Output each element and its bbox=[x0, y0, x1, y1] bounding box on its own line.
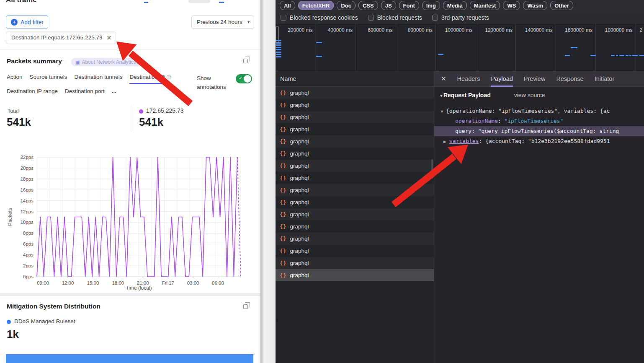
divider bbox=[0, 49, 260, 49]
checkbox-box bbox=[432, 15, 438, 21]
request-row[interactable]: {}graphql bbox=[276, 135, 434, 148]
checkbox-3rd-party-requests[interactable]: 3rd-party requests bbox=[432, 14, 489, 21]
svg-text:6pps: 6pps bbox=[23, 241, 33, 246]
json-braces-icon: {} bbox=[280, 175, 286, 181]
more-tabs-button[interactable]: ... bbox=[112, 88, 116, 94]
detail-tab-preview[interactable]: Preview bbox=[524, 71, 546, 87]
svg-text:22pps: 22pps bbox=[21, 155, 34, 160]
payload-line[interactable]: ▼{operationName: "ipFlowTimeseries", var… bbox=[434, 106, 644, 116]
filter-pill-manifest[interactable]: Manifest bbox=[470, 1, 500, 10]
collapse-triangle-icon[interactable]: ▼ bbox=[439, 93, 443, 98]
request-name: graphql bbox=[290, 260, 309, 266]
request-row[interactable]: {}graphql bbox=[276, 111, 434, 123]
request-rows: {}graphql{}graphql{}graphql{}graphql{}gr… bbox=[276, 87, 434, 281]
mitigation-title: Mitigation System Distribution bbox=[7, 303, 100, 310]
add-filter-button[interactable]: + Add filter bbox=[6, 15, 48, 29]
request-row[interactable]: {}graphql bbox=[276, 269, 434, 281]
json-braces-icon: {} bbox=[280, 272, 286, 278]
detail-tab-initiator[interactable]: Initiator bbox=[595, 71, 615, 87]
request-row[interactable]: {}graphql bbox=[276, 160, 434, 172]
time-range-dropdown[interactable]: Previous 24 hours ▾ bbox=[191, 16, 254, 29]
request-row[interactable]: {}graphql bbox=[276, 220, 434, 233]
checkbox-blocked-requests[interactable]: Blocked requests bbox=[368, 14, 422, 21]
request-name: graphql bbox=[290, 90, 309, 96]
timeline-tick-label: 1000000 ms bbox=[435, 27, 473, 33]
filter-pill-wasm[interactable]: Wasm bbox=[523, 1, 547, 10]
request-row[interactable]: {}graphql bbox=[276, 123, 434, 135]
request-row[interactable]: {}graphql bbox=[276, 184, 434, 196]
checkbox-label: Blocked requests bbox=[377, 14, 422, 21]
filter-pill-other[interactable]: Other bbox=[550, 1, 573, 10]
filter-pill-font[interactable]: Font bbox=[399, 1, 419, 10]
tab-action[interactable]: Action bbox=[7, 74, 23, 84]
payload-line[interactable]: operationName: "ipFlowTimeseries" bbox=[434, 116, 644, 126]
request-row[interactable]: {}graphql bbox=[276, 257, 434, 269]
request-row[interactable]: {}graphql bbox=[276, 245, 434, 257]
scrollbar-thumb[interactable] bbox=[431, 159, 433, 179]
detail-tab-response[interactable]: Response bbox=[556, 71, 583, 87]
detail-tab-payload[interactable]: Payload bbox=[491, 71, 513, 87]
expand-triangle-icon[interactable]: ▶ bbox=[443, 137, 449, 146]
json-braces-icon: {} bbox=[280, 224, 286, 230]
network-timeline[interactable]: 200000 ms400000 ms600000 ms800000 ms1000… bbox=[276, 24, 644, 71]
filter-chip-text: Destination IP equals 172.65.225.73 bbox=[11, 34, 102, 41]
json-braces-icon: {} bbox=[280, 200, 286, 205]
filter-pill-doc[interactable]: Doc bbox=[337, 1, 355, 10]
filter-pill-all[interactable]: All bbox=[280, 1, 295, 10]
checkbox-box bbox=[368, 15, 374, 21]
legend-dot-blue bbox=[7, 320, 11, 324]
request-row[interactable]: {}graphql bbox=[276, 99, 434, 111]
json-braces-icon: {} bbox=[280, 151, 286, 157]
tab-destination-ip-range[interactable]: Destination IP range bbox=[7, 88, 58, 94]
view-source-link[interactable]: view source bbox=[514, 92, 545, 99]
show-annotations-toggle[interactable]: ✓ bbox=[236, 74, 252, 83]
mitigation-legend-label: DDoS Managed Ruleset bbox=[14, 318, 75, 324]
request-name: graphql bbox=[290, 236, 309, 242]
request-row[interactable]: {}graphql bbox=[276, 233, 434, 245]
json-braces-icon: {} bbox=[280, 102, 286, 108]
filter-pill-fetchxhr[interactable]: Fetch/XHR bbox=[298, 1, 334, 10]
request-row[interactable]: {}graphql bbox=[276, 172, 434, 184]
request-row[interactable]: {}graphql bbox=[276, 87, 434, 99]
show-annotations-label: Show annotations bbox=[197, 74, 233, 91]
json-braces-icon: {} bbox=[280, 114, 286, 120]
detail-tab-headers[interactable]: Headers bbox=[457, 71, 480, 87]
time-range-value: Previous 24 hours bbox=[197, 19, 242, 25]
request-name: graphql bbox=[290, 150, 309, 157]
top-artifact bbox=[144, 2, 148, 3]
about-network-analytics-badge[interactable]: ▣ About Network Analytics bbox=[71, 58, 140, 66]
tab-destination-port[interactable]: Destination port bbox=[65, 88, 105, 94]
filter-pill-img[interactable]: Img bbox=[422, 1, 440, 10]
svg-text:10pps: 10pps bbox=[21, 220, 34, 225]
request-name: graphql bbox=[290, 272, 309, 278]
toggle-knob bbox=[244, 75, 251, 83]
filter-pill-js[interactable]: JS bbox=[381, 1, 396, 10]
request-row[interactable]: {}graphql bbox=[276, 148, 434, 160]
payload-line[interactable]: query: "query ipFlowTimeseries($accountT… bbox=[434, 126, 644, 136]
payload-line[interactable]: ▶variables: {accountTag: "b12e3b2192ee55… bbox=[434, 136, 644, 146]
collapse-triangle-icon[interactable]: ▼ bbox=[440, 106, 446, 116]
copy-panel-icon[interactable] bbox=[243, 304, 248, 309]
svg-text:18pps: 18pps bbox=[21, 176, 34, 182]
request-timing-bar bbox=[276, 49, 281, 50]
copy-panel-icon[interactable] bbox=[243, 59, 248, 63]
request-row[interactable]: {}graphql bbox=[276, 196, 434, 208]
json-braces-icon: {} bbox=[280, 248, 286, 254]
filter-pill-media[interactable]: Media bbox=[443, 1, 467, 10]
svg-text:06:00: 06:00 bbox=[212, 280, 224, 285]
filter-pill-ws[interactable]: WS bbox=[503, 1, 520, 10]
close-icon[interactable]: ✕ bbox=[441, 75, 446, 83]
tab-destination-tunnels[interactable]: Destination tunnels bbox=[75, 74, 123, 84]
top-artifact bbox=[219, 2, 224, 3]
request-name: graphql bbox=[290, 187, 309, 193]
tab-destination-ip[interactable]: Destination IPⓘ bbox=[129, 74, 171, 84]
tab-source-tunnels[interactable]: Source tunnels bbox=[30, 74, 67, 84]
request-detail-panel: ✕ HeadersPayloadPreviewResponseInitiator… bbox=[434, 71, 644, 363]
request-name: graphql bbox=[290, 211, 309, 218]
code-segment: {operationName: "ipFlowTimeseries", vari… bbox=[446, 108, 610, 114]
filter-pill-css[interactable]: CSS bbox=[358, 1, 378, 10]
request-type-filter-bar: AllFetch/XHRDocCSSJSFontImgMediaManifest… bbox=[276, 0, 644, 11]
checkbox-blocked-response-cookies[interactable]: Blocked response cookies bbox=[281, 14, 358, 21]
request-row[interactable]: {}graphql bbox=[276, 208, 434, 220]
remove-filter-icon[interactable]: ✕ bbox=[106, 34, 111, 41]
